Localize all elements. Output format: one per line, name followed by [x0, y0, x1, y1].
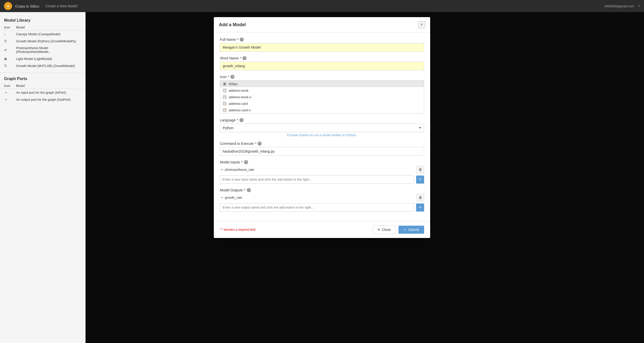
icon-list-item[interactable]: 📋address-book-o	[220, 94, 424, 100]
command-info-icon[interactable]: ?	[258, 142, 262, 146]
dialog-body: Full Name* ? Short Name* ? Icon* ?	[214, 32, 430, 221]
icon-dropdown[interactable]: 🖼500px📋address-book📋address-book-o📋addre…	[220, 80, 424, 114]
model-inputs-info-icon[interactable]: ?	[244, 160, 248, 164]
delete-output-button[interactable]: 🗑	[417, 194, 424, 201]
language-help-text: Choose Python to run a model written in …	[220, 133, 424, 137]
model-outputs-label: Model Outputs* ?	[220, 188, 424, 192]
app-logo: ☀	[4, 2, 12, 10]
new-input-field[interactable]	[220, 175, 414, 184]
close-x-icon: ✕	[377, 228, 380, 232]
add-output-button[interactable]: +	[416, 203, 424, 212]
add-output-row: +	[220, 203, 424, 212]
top-nav: ☀ Crops in Silico Create a New Model cfh…	[0, 0, 644, 12]
command-group: Command to Execute* ?	[220, 142, 424, 156]
command-input[interactable]	[220, 147, 424, 156]
command-label: Command to Execute* ?	[220, 142, 424, 146]
user-email: cfh5058@gmail.com	[604, 4, 634, 8]
icon-list-item[interactable]: 🖼500px	[220, 81, 424, 87]
model-inputs-label: Model Inputs* ?	[220, 160, 424, 164]
dialog-footer: * * denotes a required field ✕ Close ✓ S…	[214, 221, 430, 238]
model-outputs-group: Model Outputs* ? ⇢ growth_rate 🗑 +	[220, 188, 424, 212]
required-note: * * denotes a required field	[220, 228, 255, 231]
full-name-input[interactable]	[220, 43, 424, 52]
close-button[interactable]: ✕ Close	[373, 225, 396, 234]
output-icon: ⇢	[220, 195, 223, 199]
icon-group: Icon* ? 🖼500px📋address-book📋address-book…	[220, 75, 424, 114]
nav-create-model[interactable]: Create a New Model	[45, 4, 77, 8]
model-outputs-info-icon[interactable]: ?	[247, 188, 251, 192]
icon-preview: 📋	[223, 108, 227, 112]
output-item: ⇢ growth_rate 🗑	[220, 194, 424, 201]
model-outputs-list: ⇢ growth_rate 🗑	[220, 194, 424, 201]
dialog-header: Add a Model ×	[214, 17, 430, 32]
short-name-group: Short Name* ?	[220, 56, 424, 70]
icon-preview: 📋	[223, 101, 227, 106]
language-info-icon[interactable]: ?	[239, 118, 244, 122]
dialog-backdrop: Add a Model × Full Name* ? Short Name* ?	[0, 12, 644, 343]
add-input-row: +	[220, 175, 424, 184]
icon-preview: 🖼	[223, 82, 227, 86]
dialog-close-x-button[interactable]: ×	[418, 21, 425, 28]
language-group: Language* ? Python MATLAB R Julia Choose…	[220, 118, 424, 137]
icon-preview: 📋	[223, 88, 227, 92]
app-title: Crops in Silico	[15, 4, 39, 8]
new-output-field[interactable]	[220, 203, 414, 212]
icon-preview: 📋	[223, 95, 227, 99]
icon-info-icon[interactable]: ?	[230, 75, 234, 79]
submit-check-icon: ✓	[404, 228, 407, 232]
delete-input-button[interactable]: 🗑	[417, 166, 424, 173]
nav-right: cfh5058@gmail.com ?	[604, 4, 640, 8]
icon-list-item[interactable]: 📋address-card	[220, 100, 424, 107]
help-icon[interactable]: ?	[638, 4, 640, 8]
model-inputs-list: ⇢ photosynthesis_rate 🗑	[220, 166, 424, 173]
input-name: photosynthesis_rate	[225, 168, 415, 172]
output-name: growth_rate	[225, 196, 415, 199]
short-name-input[interactable]	[220, 62, 424, 70]
add-input-button[interactable]: +	[416, 176, 424, 184]
icon-list-item[interactable]: 📋address-card-o	[220, 107, 424, 113]
icon-label: Icon* ?	[220, 75, 424, 79]
submit-button[interactable]: ✓ Submit	[398, 226, 424, 234]
language-select[interactable]: Python MATLAB R Julia	[220, 124, 424, 132]
language-label: Language* ?	[220, 118, 424, 122]
short-name-info-icon[interactable]: ?	[243, 56, 247, 60]
model-inputs-group: Model Inputs* ? ⇢ photosynthesis_rate 🗑 …	[220, 160, 424, 184]
add-model-dialog: Add a Model × Full Name* ? Short Name* ?	[214, 17, 430, 238]
input-item: ⇢ photosynthesis_rate 🗑	[220, 166, 424, 173]
dialog-title: Add a Model	[219, 22, 246, 27]
full-name-info-icon[interactable]: ?	[240, 38, 244, 42]
full-name-group: Full Name* ?	[220, 38, 424, 52]
short-name-label: Short Name* ?	[220, 56, 424, 60]
full-name-label: Full Name* ?	[220, 38, 424, 42]
icon-list-item[interactable]: 📋address-book	[220, 87, 424, 94]
input-icon: ⇢	[220, 167, 223, 172]
